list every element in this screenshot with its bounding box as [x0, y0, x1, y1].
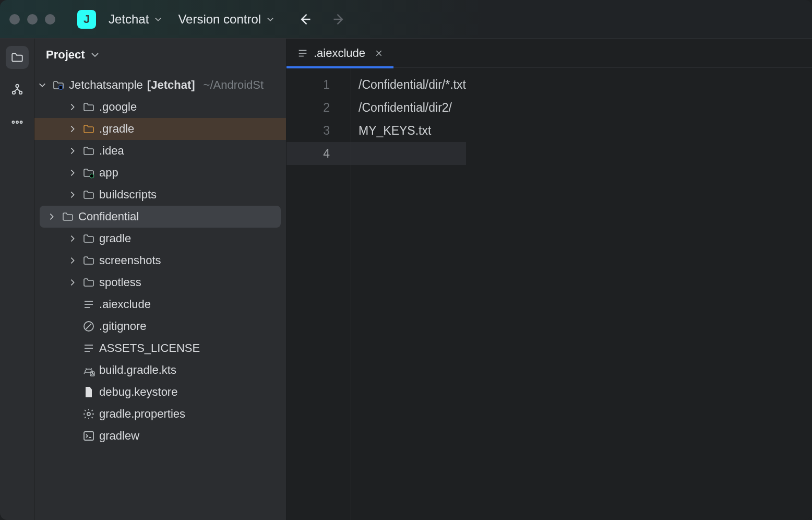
- chevron-right-icon[interactable]: [67, 234, 78, 243]
- tree-item[interactable]: ASSETS_LICENSE: [34, 337, 286, 359]
- project-panel-title: Project: [46, 48, 85, 62]
- module-icon: [82, 167, 95, 179]
- code-line[interactable]: /Confidential/dir/*.txt: [359, 73, 466, 96]
- elephant-icon: [82, 364, 95, 376]
- code-line[interactable]: [351, 142, 466, 165]
- app-icon: J: [77, 10, 96, 29]
- code-editor[interactable]: 1234 /Confidential/dir/*.txt/Confidentia…: [286, 68, 812, 520]
- module-icon: [52, 79, 65, 91]
- editor-code[interactable]: /Confidential/dir/*.txt/Confidential/dir…: [351, 68, 466, 520]
- svg-point-5: [20, 121, 22, 123]
- ellipsis-icon: [10, 115, 24, 129]
- close-icon[interactable]: [375, 49, 383, 57]
- tree-item[interactable]: build.gradle.kts: [34, 359, 286, 381]
- project-tool-button[interactable]: [6, 46, 29, 69]
- more-tool-button[interactable]: [6, 111, 29, 134]
- code-line[interactable]: MY_KEYS.txt: [359, 119, 466, 142]
- chevron-right-icon[interactable]: [67, 278, 78, 287]
- tree-item[interactable]: screenshots: [34, 250, 286, 271]
- tree-item[interactable]: spotless: [34, 271, 286, 293]
- tree-item[interactable]: debug.keystore: [34, 381, 286, 403]
- chevron-right-icon[interactable]: [67, 147, 78, 155]
- folder-icon: [10, 51, 24, 64]
- tree-item-label: debug.keystore: [99, 385, 177, 399]
- tree-item[interactable]: .google: [34, 96, 286, 118]
- project-tree: Jetchatsample [Jetchat] ~/AndroidSt .goo…: [34, 71, 286, 447]
- svg-rect-6: [59, 86, 63, 89]
- tree-item[interactable]: .gradle: [34, 118, 286, 140]
- tree-item-label: gradle: [99, 232, 131, 245]
- folder-icon: [82, 145, 95, 157]
- lines-icon: [82, 342, 95, 354]
- project-selector[interactable]: Jetchat: [105, 10, 165, 29]
- chevron-right-icon[interactable]: [67, 125, 78, 133]
- close-window-dot[interactable]: [9, 14, 20, 25]
- line-number: 1: [286, 73, 330, 96]
- nav-forward-button[interactable]: [332, 12, 347, 27]
- chevron-down-icon: [90, 50, 100, 60]
- svg-point-0: [16, 85, 18, 87]
- tree-item[interactable]: gradle.properties: [34, 403, 286, 425]
- zoom-window-dot[interactable]: [45, 14, 55, 25]
- svg-line-12: [86, 324, 91, 329]
- line-number: 2: [286, 96, 330, 119]
- vcs-selector-label: Version control: [178, 12, 261, 27]
- tab-aiexclude[interactable]: .aiexclude: [286, 39, 393, 68]
- tree-item-label: .gradle: [99, 122, 134, 136]
- editor-gutter: 1234: [286, 68, 351, 520]
- folder-icon: [82, 232, 95, 245]
- structure-tool-button[interactable]: [6, 78, 29, 101]
- tree-root-path: ~/AndroidSt: [204, 78, 264, 92]
- folder-icon: [82, 276, 95, 289]
- svg-point-4: [16, 121, 18, 123]
- file-icon: [82, 386, 95, 398]
- folder-icon: [62, 210, 74, 223]
- tree-item-label: .gitignore: [99, 320, 147, 333]
- lines-icon: [82, 298, 95, 311]
- tree-item[interactable]: Confidential: [40, 206, 281, 228]
- gear-icon: [82, 408, 95, 420]
- tree-item[interactable]: .gitignore: [34, 315, 286, 337]
- code-line[interactable]: /Confidential/dir2/: [359, 96, 466, 119]
- tree-item[interactable]: buildscripts: [34, 184, 286, 206]
- folder-orange-icon: [82, 123, 95, 135]
- folder-icon: [82, 101, 95, 113]
- svg-point-17: [87, 412, 90, 416]
- chevron-right-icon[interactable]: [67, 191, 78, 199]
- tree-item[interactable]: gradle: [34, 228, 286, 250]
- tree-item[interactable]: app: [34, 162, 286, 184]
- tree-item-label: screenshots: [99, 254, 161, 267]
- chevron-right-icon[interactable]: [67, 169, 78, 177]
- tree-item-label: Confidential: [78, 210, 139, 223]
- project-panel-header[interactable]: Project: [34, 39, 286, 71]
- tree-item-label: gradle.properties: [99, 407, 185, 421]
- window-controls: [9, 14, 55, 25]
- tree-root[interactable]: Jetchatsample [Jetchat] ~/AndroidSt: [34, 74, 286, 96]
- chevron-right-icon[interactable]: [67, 256, 78, 265]
- tree-item[interactable]: gradlew: [34, 425, 286, 447]
- editor-tabs: .aiexclude: [286, 39, 812, 68]
- tree-item-label: .idea: [99, 144, 124, 158]
- svg-point-7: [90, 174, 94, 178]
- nav-back-button[interactable]: [297, 12, 312, 27]
- tree-root-bracket: [Jetchat]: [147, 78, 195, 92]
- chevron-right-icon[interactable]: [67, 103, 78, 111]
- tree-item-label: app: [99, 166, 118, 180]
- editor-area: .aiexclude 1234 /Confidential/dir/*.txt/…: [286, 39, 812, 520]
- folder-icon: [82, 188, 95, 201]
- minimize-window-dot[interactable]: [27, 14, 38, 25]
- project-panel: Project Jetchatsample [Jetchat] ~/Androi…: [34, 39, 286, 520]
- structure-icon: [10, 83, 24, 97]
- titlebar: J Jetchat Version control: [0, 0, 812, 39]
- tree-item-label: build.gradle.kts: [99, 363, 176, 377]
- chevron-down-icon: [38, 81, 46, 89]
- chevron-right-icon[interactable]: [46, 212, 57, 221]
- tree-item[interactable]: .idea: [34, 140, 286, 162]
- tab-label: .aiexclude: [314, 46, 365, 60]
- vcs-selector[interactable]: Version control: [175, 10, 278, 29]
- tool-strip: [0, 39, 34, 520]
- svg-rect-18: [84, 432, 93, 440]
- tree-item[interactable]: .aiexclude: [34, 293, 286, 315]
- tree-item-label: gradlew: [99, 429, 139, 443]
- tree-item-label: ASSETS_LICENSE: [99, 341, 200, 355]
